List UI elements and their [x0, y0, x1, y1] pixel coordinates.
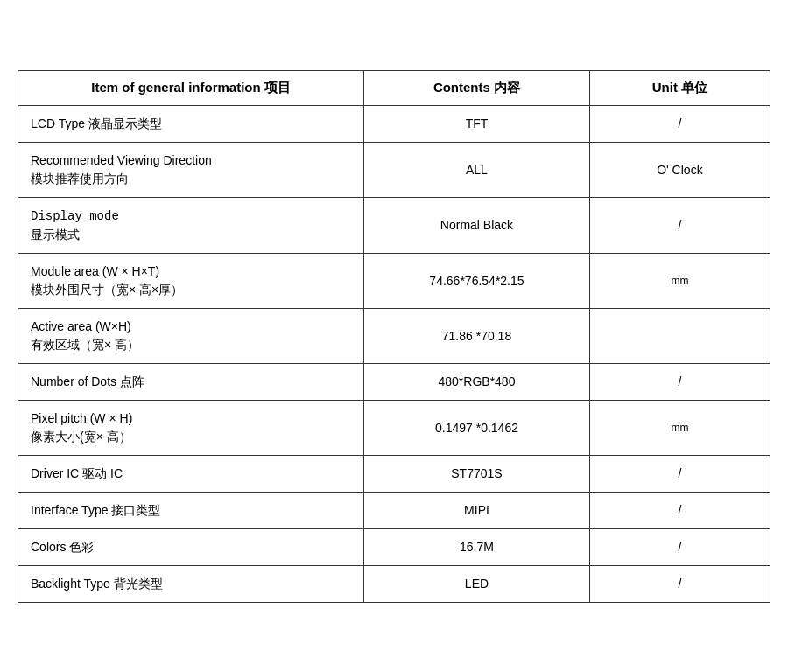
row-unit-2: / [589, 197, 770, 253]
table-row: Module area (W × H×T)模块外围尺寸（宽× 高×厚）74.66… [18, 253, 770, 308]
row-item-2: Display mode显示模式 [18, 197, 364, 253]
row-unit-9: / [589, 528, 770, 565]
col-header-contents: Contents 内容 [364, 70, 590, 105]
table-header-row: Item of general information 项目 Contents … [18, 70, 770, 105]
row-contents-3: 74.66*76.54*2.15 [364, 253, 590, 308]
row-unit-1: O' Clock [589, 142, 770, 197]
table-row: Pixel pitch (W × H)像素大小(宽× 高）0.1497 *0.1… [18, 400, 770, 455]
row-unit-5: / [589, 363, 770, 400]
row-unit-4 [589, 308, 770, 363]
row-item-4: Active area (W×H)有效区域（宽× 高） [18, 308, 364, 363]
row-unit-6: mm [589, 400, 770, 455]
row-contents-1: ALL [364, 142, 590, 197]
row-contents-5: 480*RGB*480 [364, 363, 590, 400]
row-contents-6: 0.1497 *0.1462 [364, 400, 590, 455]
table-row: Colors 色彩16.7M/ [18, 528, 770, 565]
row-contents-10: LED [364, 565, 590, 602]
row-unit-10: / [589, 565, 770, 602]
row-unit-7: / [589, 455, 770, 492]
row-item-10: Backlight Type 背光类型 [18, 565, 364, 602]
row-item-8: Interface Type 接口类型 [18, 492, 364, 528]
row-unit-0: / [589, 105, 770, 142]
table-row: Driver IC 驱动 ICST7701S/ [18, 455, 770, 492]
row-contents-8: MIPI [364, 492, 590, 528]
row-contents-4: 71.86 *70.18 [364, 308, 590, 363]
row-item-1: Recommended Viewing Direction模块推荐使用方向 [18, 142, 364, 197]
col-header-unit: Unit 单位 [589, 70, 770, 105]
table-row: Display mode显示模式Normal Black/ [18, 197, 770, 253]
col-header-item: Item of general information 项目 [18, 70, 364, 105]
table-row: Number of Dots 点阵480*RGB*480/ [18, 363, 770, 400]
row-unit-8: / [589, 492, 770, 528]
row-item-6: Pixel pitch (W × H)像素大小(宽× 高） [18, 400, 364, 455]
row-contents-0: TFT [364, 105, 590, 142]
table-row: Active area (W×H)有效区域（宽× 高）71.86 *70.18 [18, 308, 770, 363]
row-item-5: Number of Dots 点阵 [18, 363, 364, 400]
row-contents-9: 16.7M [364, 528, 590, 565]
table-row: Recommended Viewing Direction模块推荐使用方向ALL… [18, 142, 770, 197]
table-row: Backlight Type 背光类型LED/ [18, 565, 770, 602]
row-contents-7: ST7701S [364, 455, 590, 492]
row-contents-2: Normal Black [364, 197, 590, 253]
row-item-0: LCD Type 液晶显示类型 [18, 105, 364, 142]
row-item-9: Colors 色彩 [18, 528, 364, 565]
row-unit-3: mm [589, 253, 770, 308]
table-row: Interface Type 接口类型MIPI/ [18, 492, 770, 528]
row-item-3: Module area (W × H×T)模块外围尺寸（宽× 高×厚） [18, 253, 364, 308]
general-info-table: Item of general information 项目 Contents … [18, 70, 770, 603]
table-row: LCD Type 液晶显示类型TFT/ [18, 105, 770, 142]
row-item-7: Driver IC 驱动 IC [18, 455, 364, 492]
